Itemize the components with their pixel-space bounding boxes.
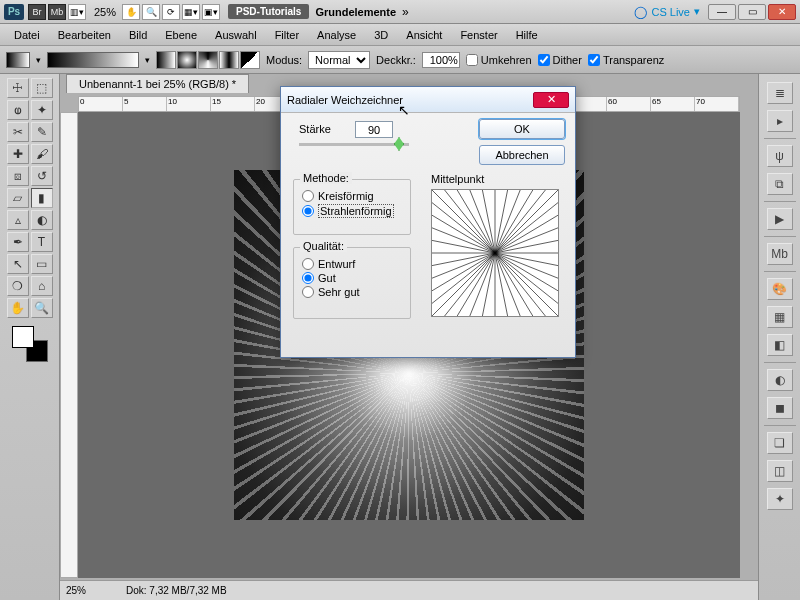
stamp-tool[interactable]: ⧇	[7, 166, 29, 186]
workspace-psd-tutorials[interactable]: PSD-Tutorials	[228, 4, 309, 19]
dialog-close-button[interactable]: ✕	[533, 92, 569, 108]
adjustments-panel-icon[interactable]: ◐	[767, 369, 793, 391]
reverse-checkbox[interactable]: Umkehren	[466, 54, 532, 66]
menu-ansicht[interactable]: Ansicht	[398, 27, 450, 43]
menu-ebene[interactable]: Ebene	[157, 27, 205, 43]
arrange-button[interactable]: ▥▾	[68, 4, 86, 20]
menu-filter[interactable]: Filter	[267, 27, 307, 43]
3d-tool[interactable]: ❍	[7, 276, 29, 296]
minibridge-panel-icon[interactable]: Mb	[767, 243, 793, 265]
gradient-diamond-button[interactable]	[240, 51, 260, 69]
layers-panel-icon[interactable]: ❏	[767, 432, 793, 454]
menu-bild[interactable]: Bild	[121, 27, 155, 43]
swatches-panel-icon[interactable]: ▦	[767, 306, 793, 328]
eraser-tool[interactable]: ▱	[7, 188, 29, 208]
menu-fenster[interactable]: Fenster	[452, 27, 505, 43]
menu-analyse[interactable]: Analyse	[309, 27, 364, 43]
move-tool[interactable]: ☩	[7, 78, 29, 98]
zoom-icon[interactable]: 🔍	[142, 4, 160, 20]
menu-bearbeiten[interactable]: Bearbeiten	[50, 27, 119, 43]
brush-tool[interactable]: 🖌	[31, 144, 53, 164]
gradient-reflected-button[interactable]	[219, 51, 239, 69]
minimize-button[interactable]: —	[708, 4, 736, 20]
camera-tool[interactable]: ⌂	[31, 276, 53, 296]
amount-slider-thumb[interactable]	[394, 137, 404, 151]
cancel-button[interactable]: Abbrechen	[479, 145, 565, 165]
quality-best-radio[interactable]: Sehr gut	[302, 286, 402, 298]
screen-mode-icon[interactable]: ▣▾	[202, 4, 220, 20]
grid-icon[interactable]: ▦▾	[182, 4, 200, 20]
paths-panel-icon[interactable]: ✦	[767, 488, 793, 510]
cs-live-button[interactable]: CS Live ▾	[634, 5, 700, 19]
svg-line-6	[432, 215, 495, 253]
color-panel-icon[interactable]: 🎨	[767, 278, 793, 300]
history-brush-tool[interactable]: ↺	[31, 166, 53, 186]
menu-hilfe[interactable]: Hilfe	[508, 27, 546, 43]
menu-datei[interactable]: Datei	[6, 27, 48, 43]
lasso-tool[interactable]: ⱷ	[7, 100, 29, 120]
crop-tool[interactable]: ✂	[7, 122, 29, 142]
quality-draft-radio[interactable]: Entwurf	[302, 258, 402, 270]
magic-wand-tool[interactable]: ✦	[31, 100, 53, 120]
svg-line-9	[495, 240, 558, 253]
gradient-angle-button[interactable]	[198, 51, 218, 69]
minibridge-button[interactable]: Mb	[48, 4, 66, 20]
svg-line-36	[495, 228, 558, 253]
actions-panel-icon[interactable]: ▸	[767, 110, 793, 132]
workspace-grundelemente[interactable]: Grundelemente	[315, 6, 396, 18]
method-zoom-radio[interactable]: Strahlenförmig	[302, 204, 402, 218]
zoom-tool[interactable]: 🔍	[31, 298, 53, 318]
tool-preset-picker[interactable]	[6, 52, 30, 68]
chevron-right-icon[interactable]: »	[402, 5, 409, 19]
method-spin-radio[interactable]: Kreisförmig	[302, 190, 402, 202]
zoom-level[interactable]: 25%	[94, 6, 116, 18]
marquee-tool[interactable]: ⬚	[31, 78, 53, 98]
path-tool[interactable]: ↖	[7, 254, 29, 274]
amount-input[interactable]	[355, 121, 393, 138]
shape-tool[interactable]: ▭	[31, 254, 53, 274]
gradient-linear-button[interactable]	[156, 51, 176, 69]
dodge-tool[interactable]: ◐	[31, 210, 53, 230]
heal-tool[interactable]: ✚	[7, 144, 29, 164]
hand-tool[interactable]: ✋	[7, 298, 29, 318]
blur-center-preview[interactable]	[431, 189, 559, 317]
eyedropper-tool[interactable]: ✎	[31, 122, 53, 142]
brush-panel-icon[interactable]: ψ	[767, 145, 793, 167]
document-tab[interactable]: Unbenannt-1 bei 25% (RGB/8) *	[66, 74, 249, 93]
opacity-input[interactable]	[422, 52, 460, 68]
dither-checkbox[interactable]: Dither	[538, 54, 582, 66]
status-docsize[interactable]: Dok: 7,32 MB/7,32 MB	[126, 585, 227, 596]
bridge-button[interactable]: Br	[28, 4, 46, 20]
play-panel-icon[interactable]: ▶	[767, 208, 793, 230]
gradient-radial-button[interactable]	[177, 51, 197, 69]
styles-panel-icon[interactable]: ◧	[767, 334, 793, 356]
mode-select[interactable]: Normal	[308, 51, 370, 69]
svg-line-33	[432, 253, 495, 278]
type-tool[interactable]: T	[31, 232, 53, 252]
status-zoom[interactable]: 25%	[66, 585, 86, 596]
ok-button[interactable]: OK	[479, 119, 565, 139]
clone-panel-icon[interactable]: ⧉	[767, 173, 793, 195]
history-panel-icon[interactable]: ≣	[767, 82, 793, 104]
svg-line-24	[495, 190, 545, 253]
color-swatches[interactable]	[12, 326, 48, 362]
menu-3d[interactable]: 3D	[366, 27, 396, 43]
pen-tool[interactable]: ✒	[7, 232, 29, 252]
rotate-icon[interactable]: ⟳	[162, 4, 180, 20]
svg-line-35	[495, 203, 558, 253]
quality-good-radio[interactable]: Gut	[302, 272, 402, 284]
blur-tool[interactable]: ▵	[7, 210, 29, 230]
maximize-button[interactable]: ▭	[738, 4, 766, 20]
channels-panel-icon[interactable]: ◫	[767, 460, 793, 482]
close-button[interactable]: ✕	[768, 4, 796, 20]
gradient-picker[interactable]	[47, 52, 139, 68]
svg-line-10	[432, 253, 495, 266]
hand-icon[interactable]: ✋	[122, 4, 140, 20]
menu-auswahl[interactable]: Auswahl	[207, 27, 265, 43]
dialog-titlebar[interactable]: Radialer Weichzeichner ✕	[281, 87, 575, 113]
gradient-tool[interactable]: ▮	[31, 188, 53, 208]
masks-panel-icon[interactable]: ◼	[767, 397, 793, 419]
amount-slider[interactable]	[299, 143, 409, 146]
svg-line-39	[495, 253, 558, 303]
transparency-checkbox[interactable]: Transparenz	[588, 54, 664, 66]
